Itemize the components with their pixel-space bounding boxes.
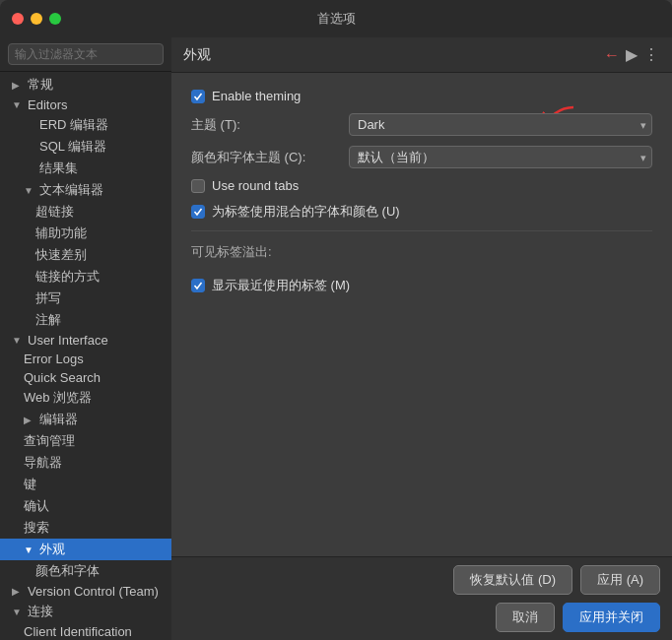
color-font-select-wrap: 默认（当前） ▾ <box>349 146 652 168</box>
enable-theming-label: Enable theming <box>212 89 301 103</box>
sidebar-item-quick-diff[interactable]: 快速差别 <box>0 244 171 266</box>
arrow-icon: ▶ <box>24 415 35 425</box>
sidebar-item-user-interface[interactable]: ▼ User Interface <box>0 331 171 350</box>
color-font-label: 颜色和字体主题 (C): <box>191 149 349 166</box>
recent-tabs-label: 显示最近使用的标签 (M) <box>212 277 350 294</box>
sidebar-item-label: Quick Search <box>24 370 101 385</box>
arrow-icon: ▶ <box>12 80 24 91</box>
header-actions: ← ▶ ⋮ <box>604 45 660 64</box>
sidebar-item-label: ERD 编辑器 <box>39 116 108 134</box>
maximize-button[interactable] <box>49 13 61 25</box>
sidebar-item-text-editor[interactable]: ▼ 文本编辑器 <box>0 179 171 201</box>
more-options-icon[interactable]: ⋮ <box>643 45 660 64</box>
sidebar-item-keys[interactable]: 键 <box>0 474 171 495</box>
sidebar: ▶ 常规 ▼ Editors ERD 编辑器 SQL 编辑器 结果集 ▼ <box>0 37 171 640</box>
content-title: 外观 <box>183 46 211 64</box>
sidebar-item-label: 结果集 <box>39 160 78 177</box>
enable-theming-checkbox-wrap[interactable]: Enable theming <box>191 89 301 103</box>
sidebar-item-accessibility[interactable]: 辅助功能 <box>0 223 171 244</box>
sidebar-item-editor[interactable]: ▶ 编辑器 <box>0 409 171 430</box>
content-header: 外观 ← ▶ ⋮ <box>171 37 672 73</box>
arrow-icon: ▼ <box>24 544 35 555</box>
sidebar-item-label: 超链接 <box>35 203 74 221</box>
use-round-tabs-row: Use round tabs <box>191 178 652 193</box>
footer-row-2: 取消 应用并关闭 <box>183 603 660 632</box>
sidebar-item-label: 搜索 <box>24 519 49 537</box>
enable-theming-checkbox[interactable] <box>191 90 205 103</box>
use-round-tabs-wrap[interactable]: Use round tabs <box>191 178 299 193</box>
sidebar-item-常规[interactable]: ▶ 常规 <box>0 74 171 96</box>
window-title: 首选项 <box>317 10 356 28</box>
theme-select-wrap: Dark Light System ▾ <box>349 113 652 136</box>
use-round-tabs-checkbox[interactable] <box>191 179 205 193</box>
titlebar-buttons <box>12 13 61 25</box>
mixed-font-checkbox[interactable] <box>191 205 205 219</box>
arrow-icon: ▶ <box>12 586 24 597</box>
sidebar-item-label: 编辑器 <box>39 411 78 428</box>
forward-arrow-icon[interactable]: ▶ <box>626 45 638 64</box>
sidebar-items-list: ▶ 常规 ▼ Editors ERD 编辑器 SQL 编辑器 结果集 ▼ <box>0 72 171 640</box>
sidebar-item-color-font[interactable]: 颜色和字体 <box>0 560 171 582</box>
restore-defaults-button[interactable]: 恢复默认值 (D) <box>453 565 572 595</box>
filter-input[interactable] <box>8 43 164 65</box>
back-arrow-icon[interactable]: ← <box>604 46 620 64</box>
sidebar-item-connection[interactable]: ▼ 连接 <box>0 601 171 622</box>
sidebar-item-quick-search[interactable]: Quick Search <box>0 368 171 387</box>
cancel-button[interactable]: 取消 <box>496 603 555 632</box>
sidebar-item-client-id[interactable]: Client Identification <box>0 622 171 640</box>
sidebar-item-label: 连接 <box>28 603 53 620</box>
sidebar-item-label: Editors <box>28 97 67 112</box>
theme-label: 主题 (T): <box>191 116 349 134</box>
sidebar-item-hyperlink[interactable]: 超链接 <box>0 201 171 223</box>
enable-theming-row: Enable theming <box>191 89 652 103</box>
footer-row-1: 恢复默认值 (D) 应用 (A) <box>183 565 660 595</box>
sidebar-item-label: 链接的方式 <box>35 268 100 286</box>
sidebar-item-version-control[interactable]: ▶ Version Control (Team) <box>0 582 171 601</box>
theme-select[interactable]: Dark Light System <box>349 113 652 136</box>
sidebar-item-navigator[interactable]: 导航器 <box>0 452 171 474</box>
arrow-icon: ▼ <box>12 99 24 110</box>
sidebar-item-link-mode[interactable]: 链接的方式 <box>0 266 171 288</box>
color-font-control: 默认（当前） ▾ <box>349 146 652 168</box>
sidebar-item-label: SQL 编辑器 <box>39 138 106 156</box>
sidebar-item-sql[interactable]: SQL 编辑器 <box>0 136 171 158</box>
sidebar-item-erd[interactable]: ERD 编辑器 <box>0 114 171 136</box>
sidebar-item-label: 外观 <box>39 541 65 558</box>
close-button[interactable] <box>12 13 24 25</box>
sidebar-item-label: Version Control (Team) <box>28 584 159 599</box>
content-footer: 恢复默认值 (D) 应用 (A) 取消 应用并关闭 <box>171 556 672 640</box>
sidebar-item-web-browser[interactable]: Web 浏览器 <box>0 387 171 409</box>
mixed-font-label: 为标签使用混合的字体和颜色 (U) <box>212 203 400 221</box>
recent-tabs-checkbox[interactable] <box>191 279 205 292</box>
color-font-select[interactable]: 默认（当前） <box>349 146 652 168</box>
sidebar-item-results[interactable]: 结果集 <box>0 158 171 179</box>
recent-tabs-row: 显示最近使用的标签 (M) <box>191 277 652 294</box>
sidebar-item-confirm[interactable]: 确认 <box>0 495 171 517</box>
visible-tabs-section-row: 可见标签溢出: <box>191 239 652 267</box>
sidebar-item-search[interactable]: 搜索 <box>0 517 171 539</box>
arrow-icon: ▼ <box>12 607 24 617</box>
sidebar-item-label: 导航器 <box>24 454 62 472</box>
apply-close-button[interactable]: 应用并关闭 <box>563 603 660 632</box>
sidebar-item-label: 文本编辑器 <box>39 181 103 199</box>
sidebar-item-editors[interactable]: ▼ Editors <box>0 96 171 114</box>
sidebar-item-label: 确认 <box>24 497 49 515</box>
sidebar-item-spelling[interactable]: 拼写 <box>0 288 171 309</box>
sidebar-item-error-logs[interactable]: Error Logs <box>0 350 171 368</box>
mixed-font-wrap[interactable]: 为标签使用混合的字体和颜色 (U) <box>191 203 400 221</box>
color-font-row: 颜色和字体主题 (C): 默认（当前） ▾ <box>191 146 652 168</box>
sidebar-item-query[interactable]: 查询管理 <box>0 430 171 452</box>
sidebar-item-label: 键 <box>24 476 36 493</box>
minimize-button[interactable] <box>31 13 42 25</box>
sidebar-item-appearance[interactable]: ▼ 外观 <box>0 539 171 560</box>
apply-button[interactable]: 应用 (A) <box>580 565 660 595</box>
main-layout: ▶ 常规 ▼ Editors ERD 编辑器 SQL 编辑器 结果集 ▼ <box>0 37 672 640</box>
sidebar-item-label: 注解 <box>35 311 61 329</box>
sidebar-item-label: Client Identification <box>24 624 132 639</box>
sidebar-item-label: User Interface <box>28 333 108 348</box>
sidebar-item-label: 常规 <box>28 76 53 94</box>
sidebar-item-annotation[interactable]: 注解 <box>0 309 171 331</box>
recent-tabs-wrap[interactable]: 显示最近使用的标签 (M) <box>191 277 350 294</box>
sidebar-filter-area <box>0 37 171 72</box>
titlebar: 首选项 <box>0 0 672 37</box>
